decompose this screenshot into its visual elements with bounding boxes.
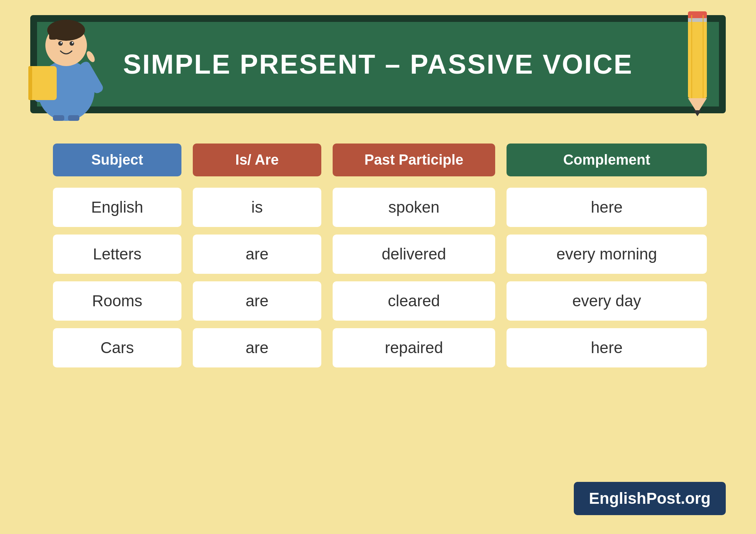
table-row: Rooms are cleared every day <box>53 281 703 321</box>
table-row: Cars are repaired here <box>53 328 703 367</box>
brand-text: EnglishPost.org <box>589 489 711 507</box>
cell-isare-0: is <box>193 188 321 227</box>
svg-rect-19 <box>688 18 707 22</box>
cell-isare-2: are <box>193 281 321 321</box>
cell-subject-3: Cars <box>53 328 181 367</box>
cell-subject-2: Rooms <box>53 281 181 321</box>
svg-rect-14 <box>68 115 79 121</box>
teacher-figure <box>23 8 110 121</box>
svg-rect-3 <box>49 28 57 40</box>
svg-point-12 <box>85 50 96 63</box>
table-section: Subject Is/ Are Past Participle Compleme… <box>30 144 726 367</box>
svg-rect-15 <box>688 15 707 98</box>
svg-rect-10 <box>28 66 32 100</box>
page-wrapper: SIMPLE PRESENT – PASSIVE VOICE <box>0 0 756 534</box>
col-header-past: Past Participle <box>333 144 495 176</box>
cell-subject-0: English <box>53 188 181 227</box>
cell-past-3: repaired <box>333 328 495 367</box>
cell-comp-2: every day <box>507 281 707 321</box>
cell-isare-1: are <box>193 235 321 274</box>
svg-point-6 <box>60 42 62 43</box>
chalkboard-container: SIMPLE PRESENT – PASSIVE VOICE <box>30 15 726 113</box>
svg-point-7 <box>72 42 73 43</box>
chalkboard: SIMPLE PRESENT – PASSIVE VOICE <box>30 15 726 113</box>
svg-marker-17 <box>694 110 701 116</box>
cell-comp-1: every morning <box>507 235 707 274</box>
table-body: English is spoken here Letters are deliv… <box>30 188 726 367</box>
col-header-comp: Complement <box>507 144 707 176</box>
table-row: English is spoken here <box>53 188 703 227</box>
svg-rect-13 <box>53 115 64 121</box>
cell-isare-3: are <box>193 328 321 367</box>
col-header-subject: Subject <box>53 144 181 176</box>
cell-past-0: spoken <box>333 188 495 227</box>
cell-past-2: cleared <box>333 281 495 321</box>
brand-footer: EnglishPost.org <box>574 482 726 515</box>
svg-point-5 <box>70 41 74 46</box>
svg-point-4 <box>58 41 63 46</box>
table-row: Letters are delivered every morning <box>53 235 703 274</box>
page-title: SIMPLE PRESENT – PASSIVE VOICE <box>123 49 633 80</box>
cell-past-1: delivered <box>333 235 495 274</box>
cell-comp-3: here <box>507 328 707 367</box>
svg-rect-18 <box>688 11 707 19</box>
cell-comp-0: here <box>507 188 707 227</box>
col-header-isare: Is/ Are <box>193 144 321 176</box>
table-header: Subject Is/ Are Past Participle Compleme… <box>30 144 726 176</box>
svg-rect-9 <box>28 66 57 100</box>
cell-subject-1: Letters <box>53 235 181 274</box>
pencil-figure <box>680 11 714 117</box>
